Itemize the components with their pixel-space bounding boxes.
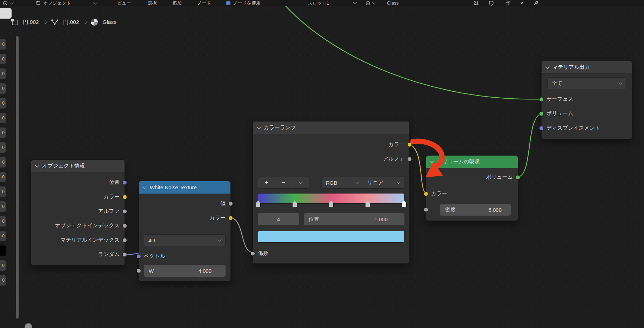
interpolation-dropdown[interactable]: リニア [363, 177, 404, 189]
ramp-stop-marker[interactable] [292, 203, 297, 207]
node-editor-canvas[interactable]: オブジェクト情報 位置 カラー アルファ オブジェクトインデックス マテリアルイ… [0, 0, 644, 328]
socket-label: ボリューム [486, 174, 513, 181]
color-mode-dropdown[interactable]: RGB [321, 177, 363, 189]
menu-node[interactable]: ノード [197, 0, 211, 6]
socket-density-input[interactable] [424, 208, 428, 212]
collapse-chevron-icon[interactable] [545, 65, 549, 68]
use-nodes-toggle[interactable]: ✓ ノードを使用 [226, 0, 261, 6]
new-material-button[interactable] [505, 0, 510, 6]
socket-w-input[interactable] [136, 269, 141, 273]
vertical-scrollbar[interactable] [16, 36, 19, 319]
w-value-field[interactable]: W 4.000 [144, 265, 226, 277]
link-fac[interactable] [231, 218, 253, 252]
link-volume[interactable] [518, 113, 541, 177]
view-nav-gizmo-icon[interactable] [25, 323, 32, 328]
left-field-stub[interactable]: 0 [0, 54, 6, 64]
ramp-stop-marker[interactable] [256, 203, 261, 207]
pin-button[interactable] [534, 0, 538, 6]
material-name-field[interactable]: Glass [387, 0, 398, 6]
link-color[interactable] [410, 144, 426, 193]
left-field-stub[interactable]: 0 [0, 68, 6, 79]
output-color-row: カラー [139, 211, 230, 225]
socket-volume-input[interactable] [539, 111, 544, 116]
ramp-stop-marker[interactable] [329, 203, 334, 207]
socket-material-index-output[interactable] [122, 238, 127, 242]
add-stop-button[interactable]: + [258, 177, 275, 189]
ramp-stop-marker[interactable] [365, 203, 370, 207]
left-field-stub[interactable]: 0 [0, 98, 6, 109]
socket-alpha-output[interactable] [407, 157, 412, 161]
stop-position-field[interactable]: 位置 1.000 [304, 213, 404, 225]
field-value: 4.000 [198, 268, 212, 274]
socket-color-output[interactable] [407, 142, 412, 147]
ramp-stop-marker[interactable] [402, 203, 407, 207]
input-vector-row: ベクトル [139, 249, 230, 263]
chevron-down-icon [618, 80, 622, 84]
colorramp-gradient-bar[interactable] [258, 193, 404, 204]
slot-dropdown[interactable]: スロット1 [308, 0, 356, 6]
collapse-chevron-icon[interactable] [257, 125, 261, 129]
left-field-stub[interactable]: 0 [0, 39, 6, 50]
menu-add[interactable]: 追加 [173, 0, 182, 6]
left-field-stub[interactable]: 0 [0, 216, 6, 227]
target-dropdown[interactable]: 全て [547, 77, 626, 89]
socket-random-output[interactable] [122, 252, 127, 257]
left-field-stub[interactable]: 0 [0, 231, 6, 241]
socket-label: オブジェクトインデックス [55, 222, 120, 229]
socket-object-index-output[interactable] [122, 223, 127, 228]
socket-alpha-output[interactable] [122, 209, 127, 214]
left-field-stub[interactable] [0, 245, 6, 256]
left-field-stub[interactable]: 0 [0, 127, 6, 138]
menu-select[interactable]: 選択 [148, 0, 157, 6]
socket-color-output[interactable] [228, 216, 233, 220]
stop-index-field[interactable]: 4 [258, 213, 299, 225]
socket-location-output[interactable] [122, 180, 127, 185]
socket-surface-input[interactable] [539, 97, 544, 101]
collapse-chevron-icon[interactable] [143, 185, 147, 189]
link-surface[interactable] [278, 0, 541, 99]
node-material-output-header[interactable]: マテリアル出力 [542, 61, 632, 74]
ramp-options-button[interactable] [292, 177, 309, 189]
browse-material-button[interactable] [365, 0, 376, 6]
collapse-chevron-icon[interactable] [35, 163, 39, 167]
node-white-noise-header[interactable]: White Noise Texture [139, 181, 230, 194]
socket-color-output[interactable] [122, 195, 127, 199]
remove-stop-button[interactable]: − [275, 177, 292, 189]
node-volume-absorption[interactable]: ボリュームの吸収 ボリューム カラー 密度 5.000 [426, 155, 518, 221]
left-field-stub[interactable]: 0 [0, 83, 6, 94]
menu-object[interactable]: オブジェクト [36, 0, 97, 6]
left-field-highlighted[interactable] [0, 8, 12, 19]
fake-user-button[interactable] [489, 0, 494, 6]
node-white-noise-texture[interactable]: White Noise Texture 値 カラー 4D ベクトル [139, 181, 231, 281]
socket-value-output[interactable] [228, 201, 233, 206]
unlink-material-button[interactable]: × [520, 0, 523, 6]
left-field-stub[interactable]: 0 [0, 157, 6, 168]
dimensions-dropdown[interactable]: 4D [144, 234, 226, 246]
node-color-ramp[interactable]: カラーランプ カラー アルファ + − RGB [253, 121, 410, 264]
socket-vector-input[interactable] [136, 254, 141, 258]
node-object-info-header[interactable]: オブジェクト情報 [31, 160, 125, 172]
density-field[interactable]: 密度 5.000 [440, 204, 511, 216]
left-field-stub[interactable]: 0 [0, 201, 6, 212]
left-field-stub[interactable]: 0 [0, 186, 6, 197]
node-volume-absorption-header[interactable]: ボリュームの吸収 [426, 156, 518, 168]
menu-view[interactable]: ビュー [117, 0, 131, 6]
field-label: W [149, 268, 154, 274]
left-field-stub[interactable]: 0 [0, 260, 6, 271]
stop-color-swatch[interactable] [258, 231, 404, 243]
left-field-stub[interactable]: 0 [0, 113, 6, 123]
left-field-stub[interactable]: 0 [0, 142, 6, 153]
left-field-stub[interactable]: 0 [0, 275, 6, 286]
editor-type-button[interactable] [3, 0, 13, 6]
socket-displacement-input[interactable] [539, 126, 544, 130]
socket-color-input[interactable] [424, 191, 428, 196]
node-color-ramp-header[interactable]: カラーランプ [253, 122, 409, 134]
node-material-output[interactable]: マテリアル出力 全て サーフェス ボリューム ディスプレイスメント [541, 61, 632, 139]
socket-volume-output[interactable] [516, 175, 520, 179]
node-object-info[interactable]: オブジェクト情報 位置 カラー アルファ オブジェクトインデックス マテリアルイ… [31, 159, 125, 265]
socket-fac-input[interactable] [250, 251, 255, 256]
collapse-chevron-icon[interactable] [430, 159, 434, 163]
left-field-stub[interactable]: 0 [0, 172, 6, 182]
output-alpha-row: アルファ [31, 204, 125, 218]
user-count-badge[interactable]: 21 [474, 0, 478, 6]
